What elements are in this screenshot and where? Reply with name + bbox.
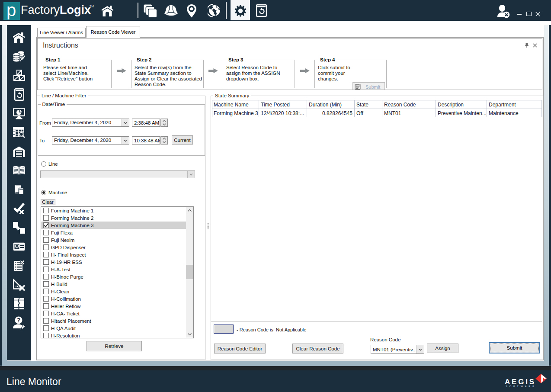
svg-text:p: p <box>6 2 16 19</box>
svg-text:?: ? <box>17 317 21 324</box>
